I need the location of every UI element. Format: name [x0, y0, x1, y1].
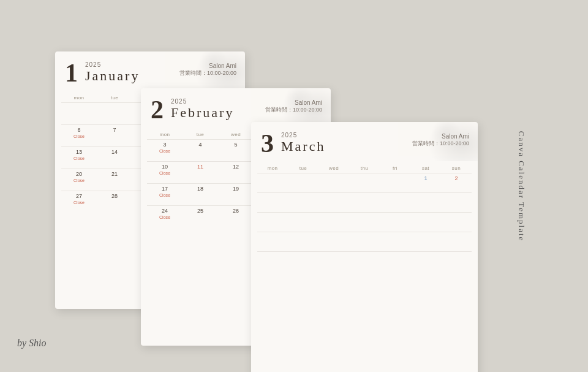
mar-num: 3	[261, 131, 274, 156]
mar-salon: Salon Ami 営業時間：10:00-20:00	[412, 133, 469, 148]
calendar-stack: 1 2025 January Salon Ami 営業時間：10:00-20:0…	[43, 27, 545, 346]
mar-year: 2025	[281, 132, 325, 139]
jan-salon: Salon Ami 営業時間：10:00-20:00	[179, 63, 236, 77]
feb-info: 2025 February	[171, 98, 234, 121]
page-wrapper: Canva Calendar Template by Shio 1 2025 J…	[0, 0, 588, 372]
feb-salon-name: Salon Ami	[265, 99, 322, 106]
jan-num: 1	[65, 60, 78, 86]
mar-header: 3 2025 March Salon Ami 営業時間：10:00-20:00	[251, 122, 478, 161]
feb-salon: Salon Ami 営業時間：10:00-20:00	[265, 99, 322, 114]
mar-info: 2025 March	[281, 132, 325, 154]
feb-month: February	[171, 105, 234, 120]
mar-month: March	[281, 139, 325, 154]
mar-grid: montuewedthufrisatsun 12	[251, 161, 478, 276]
feb-num: 2	[151, 97, 164, 123]
jan-salon-name: Salon Ami	[179, 63, 236, 69]
jan-year: 2025	[85, 61, 140, 68]
feb-salon-hours: 営業時間：10:00-20:00	[265, 106, 322, 114]
mar-salon-hours: 営業時間：10:00-20:00	[412, 140, 469, 148]
jan-salon-hours: 営業時間：10:00-20:00	[179, 69, 236, 77]
mar-salon-name: Salon Ami	[412, 133, 469, 140]
feb-year: 2025	[171, 98, 234, 105]
jan-header: 1 2025 January Salon Ami 営業時間：10:00-20:0…	[55, 51, 245, 91]
jan-month: January	[85, 68, 140, 83]
march-card: 3 2025 March Salon Ami 営業時間：10:00-20:00 …	[251, 122, 478, 373]
bottom-credit: by Shio	[17, 338, 47, 349]
jan-info: 2025 January	[85, 61, 140, 84]
